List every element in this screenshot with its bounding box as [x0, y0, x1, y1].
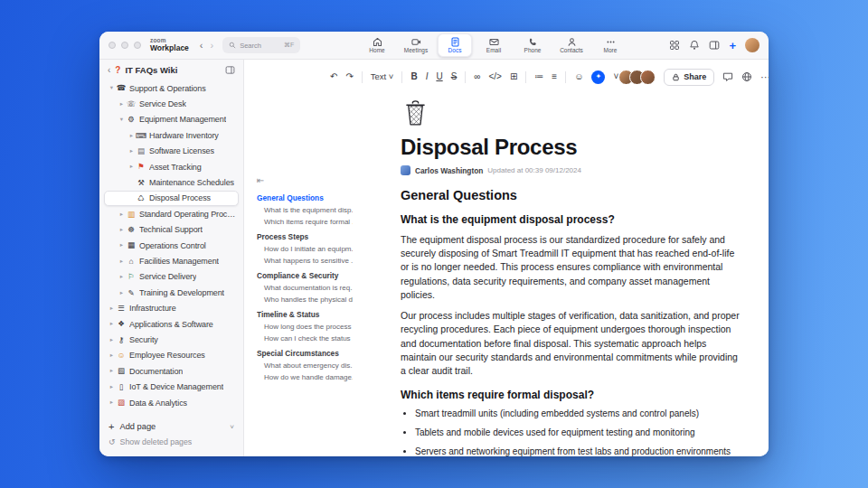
- close-window-button[interactable]: [108, 42, 116, 49]
- tab-home[interactable]: Home: [360, 33, 394, 57]
- tab-phone[interactable]: Phone: [515, 33, 550, 57]
- chevron-icon[interactable]: ▸: [118, 242, 126, 249]
- chevron-icon[interactable]: ▸: [127, 164, 136, 170]
- outline-section-general-questions[interactable]: General Questions: [257, 193, 353, 202]
- sidebar-item-facilities-management[interactable]: ▸⌂Facilities Management: [104, 253, 239, 268]
- sidebar-item-support-operations[interactable]: ▾☎Support & Operations: [104, 80, 239, 96]
- tab-meetings[interactable]: Meetings: [399, 33, 433, 57]
- sidebar-item-asset-tracking[interactable]: ▸⚑Asset Tracking: [104, 159, 239, 174]
- chevron-icon[interactable]: ▸: [108, 384, 116, 390]
- link-button[interactable]: ∞: [474, 72, 480, 81]
- chevron-icon[interactable]: ▸: [108, 399, 116, 406]
- chevron-icon[interactable]: ▸: [127, 148, 136, 155]
- history-forward-button[interactable]: ›: [211, 41, 214, 51]
- zoom-ai-companion-button[interactable]: ✦: [591, 70, 605, 84]
- list-button[interactable]: ≔: [534, 72, 543, 81]
- collapse-outline-icon[interactable]: ⇤: [257, 175, 353, 185]
- sidebar-item-technical-support[interactable]: ▸☸Technical Support: [104, 222, 239, 238]
- minimize-window-button[interactable]: [121, 42, 128, 49]
- outline-section-special-circumstances[interactable]: Special Circumstances: [257, 349, 353, 358]
- wiki-back-button[interactable]: ‹: [108, 66, 110, 75]
- outline-item[interactable]: Who handles the physical di...: [257, 296, 353, 304]
- add-page-button[interactable]: + Add page ˅: [108, 418, 234, 435]
- sidebar-item-documentation[interactable]: ▸▧Documentation: [104, 363, 239, 379]
- outline-item[interactable]: How long does the process ...: [257, 323, 353, 331]
- outline-section-timeline-status[interactable]: Timeline & Status: [257, 310, 353, 319]
- sidebar-item-service-delivery[interactable]: ▸⚐Service Delivery: [104, 269, 239, 285]
- collapse-sidebar-icon[interactable]: [225, 65, 235, 75]
- chevron-icon[interactable]: ▸: [108, 337, 116, 343]
- sidebar-item-security[interactable]: ▸⚷Security: [104, 332, 239, 347]
- outline-section-process-steps[interactable]: Process Steps: [257, 232, 353, 241]
- sidebar-item-equipment-management[interactable]: ▾⚙Equipment Management: [104, 112, 239, 127]
- sidebar-item-service-desk[interactable]: ▸☏Service Desk: [104, 96, 239, 111]
- code-button[interactable]: </>: [488, 72, 501, 81]
- search-input[interactable]: [240, 42, 278, 50]
- strikethrough-button[interactable]: S: [451, 72, 458, 81]
- sidebar-item-hardware-inventory[interactable]: ▸⌨Hardware Inventory: [104, 127, 239, 143]
- sidebar-item-training-development[interactable]: ▸✎Training & Development: [104, 285, 239, 300]
- underline-button[interactable]: U: [436, 72, 442, 81]
- zoom-window-button[interactable]: [134, 42, 141, 49]
- chevron-icon[interactable]: ▸: [108, 305, 116, 312]
- outline-section-compliance-security[interactable]: Compliance & Security: [257, 271, 353, 280]
- sidebar-item-iot-device-management[interactable]: ▸▯IoT & Device Management: [104, 379, 239, 394]
- new-item-icon[interactable]: +: [729, 40, 736, 52]
- apps-grid-icon[interactable]: [669, 40, 680, 51]
- chevron-icon[interactable]: ▸: [118, 227, 126, 233]
- panel-toggle-icon[interactable]: [709, 40, 720, 51]
- bell-icon[interactable]: [689, 40, 700, 51]
- chevron-icon[interactable]: ▸: [118, 290, 126, 296]
- more-icon[interactable]: ⋯: [760, 72, 769, 82]
- table-button[interactable]: ⊞: [510, 72, 517, 81]
- sidebar-item-infrastructure[interactable]: ▸☰Infrastructure: [104, 300, 239, 315]
- chevron-icon[interactable]: ▸: [127, 133, 136, 139]
- chevron-icon[interactable]: ▸: [108, 368, 116, 374]
- chevron-icon[interactable]: ▸: [118, 258, 126, 265]
- outline-item[interactable]: How can I check the status ...: [257, 334, 353, 343]
- chevron-icon[interactable]: ▸: [118, 274, 126, 280]
- chevron-down-icon[interactable]: ˅: [230, 423, 234, 431]
- sidebar-item-employee-resources[interactable]: ▸☺Employee Resources: [104, 348, 239, 363]
- globe-icon[interactable]: [741, 71, 752, 82]
- chevron-icon[interactable]: ▾: [118, 117, 126, 123]
- sidebar-item-maintenance-schedules[interactable]: ⚒Maintenance Schedules: [104, 174, 239, 190]
- align-button[interactable]: ≡: [552, 72, 557, 81]
- tab-contacts[interactable]: Contacts: [554, 33, 589, 57]
- outline-item[interactable]: What documentation is req...: [257, 284, 353, 292]
- chevron-icon[interactable]: ▸: [118, 211, 126, 218]
- sidebar-item-standard-operating-procedures[interactable]: ▸▥Standard Operating Procedures: [104, 206, 239, 221]
- italic-button[interactable]: I: [426, 72, 429, 81]
- tab-more[interactable]: More: [593, 33, 627, 57]
- comment-icon[interactable]: [722, 71, 733, 82]
- undo-button[interactable]: ↶: [330, 72, 337, 81]
- redo-button[interactable]: ↷: [345, 72, 353, 81]
- tab-docs[interactable]: Docs: [438, 33, 472, 57]
- sidebar-item-data-analytics[interactable]: ▸▨Data & Analytics: [104, 395, 239, 410]
- text-style-select[interactable]: Text ˅: [371, 72, 394, 81]
- outline-item[interactable]: What happens to sensitive ...: [257, 257, 353, 265]
- sidebar-item-applications-software[interactable]: ▸❖Applications & Software: [104, 316, 239, 332]
- outline-item[interactable]: What about emergency dis...: [257, 361, 353, 370]
- outline-item[interactable]: What is the equipment disp...: [257, 206, 353, 214]
- chevron-icon[interactable]: ▸: [118, 101, 126, 108]
- outline-item[interactable]: Which items require formal ...: [257, 218, 353, 226]
- tab-label: Email: [486, 48, 501, 54]
- sidebar-item-disposal-process[interactable]: ♺Disposal Process: [104, 191, 239, 206]
- sidebar-item-software-licenses[interactable]: ▸▤Software Licenses: [104, 144, 239, 159]
- outline-item[interactable]: How do I initiate an equipm...: [257, 245, 353, 253]
- chevron-icon[interactable]: ▾: [108, 85, 116, 91]
- show-deleted-pages-button[interactable]: ↺ Show deleted pages: [108, 435, 234, 449]
- collaborator-avatar-3[interactable]: [640, 70, 656, 85]
- bold-button[interactable]: B: [410, 72, 417, 81]
- profile-avatar[interactable]: [745, 38, 760, 52]
- share-button[interactable]: Share: [664, 69, 714, 86]
- history-back-button[interactable]: ‹: [200, 41, 203, 51]
- chevron-icon[interactable]: ▸: [108, 321, 116, 327]
- global-search[interactable]: ⌘F: [222, 37, 300, 53]
- outline-item[interactable]: How do we handle damage...: [257, 373, 353, 381]
- emoji-button[interactable]: ☺: [574, 72, 583, 81]
- tab-email[interactable]: Email: [476, 33, 511, 57]
- sidebar-item-operations-control[interactable]: ▸▦Operations Control: [104, 238, 239, 253]
- chevron-icon[interactable]: ▸: [108, 352, 116, 359]
